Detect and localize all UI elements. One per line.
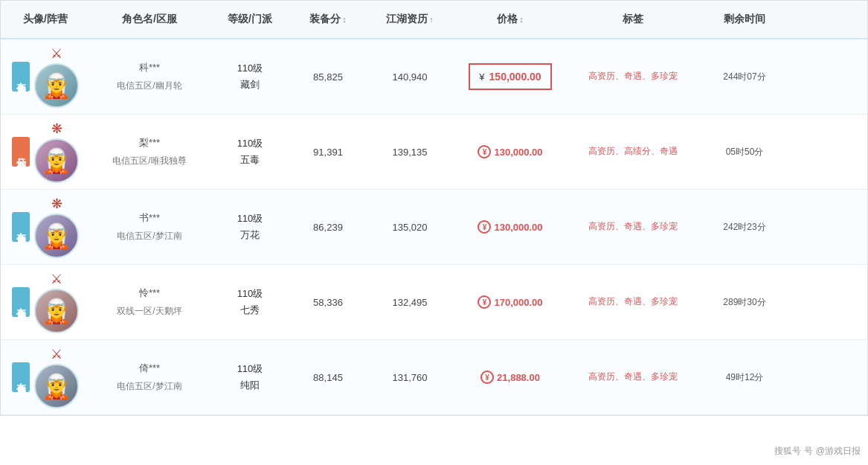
char-server-1: 电信五区/唯我独尊 <box>112 155 186 167</box>
level-school-cell-0: 110级 藏剑 <box>209 56 291 97</box>
table-row[interactable]: 在售期 ❋ 🧝 书*** 电信五区/梦江南 110级 万花 86,239 135… <box>1 190 867 265</box>
price-value-0: 150,000.00 <box>489 71 541 83</box>
jianghu-cell-1: 139,135 <box>365 141 454 164</box>
level-2: 110级 <box>237 212 263 225</box>
gear-score-0: 85,825 <box>313 71 343 83</box>
gear-score-2: 86,239 <box>313 222 343 233</box>
school-4: 纯阳 <box>240 379 260 392</box>
level-1: 110级 <box>237 137 263 150</box>
col-header-char: 角色名/区服 <box>90 8 209 31</box>
level-4: 110级 <box>237 362 263 376</box>
status-badge-2: 在售期 <box>12 212 30 242</box>
time-cell-0: 244时07分 <box>700 65 789 89</box>
price-value-2: ¥ 130,000.00 <box>478 220 542 234</box>
avatar-0: 🧝 <box>34 63 79 108</box>
avatar-cell-4: 在售期 ⚔ 🧝 <box>1 340 90 414</box>
table-body: 在售期 ⚔ 🧝 科*** 电信五区/幽月轮 110级 藏剑 85,825 140… <box>1 39 867 415</box>
price-highlighted-box-0: ¥ 150,000.00 <box>469 63 551 90</box>
char-server-cell-2: 书*** 电信五区/梦江南 <box>90 205 209 248</box>
time-4: 49时12分 <box>726 371 764 384</box>
table-row[interactable]: 在售期 ⚔ 🧝 倚*** 电信五区/梦江南 110级 纯阳 88,145 131… <box>1 340 867 415</box>
table-row[interactable]: 公示期 ❋ 🧝 梨*** 电信五区/唯我独尊 110级 五毒 91,391 13… <box>1 115 867 190</box>
coin-icon-0: ¥ <box>479 71 484 83</box>
tags-1: 高资历、高绩分、奇遇 <box>588 144 678 158</box>
price-cell-4: ¥ 21,888.00 <box>454 365 566 390</box>
tags-cell-1: 高资历、高绩分、奇遇 <box>566 138 700 164</box>
avatar-container-4: ⚔ 🧝 <box>34 346 79 408</box>
gear-sort-icon: ↕ <box>342 15 347 24</box>
gear-score-cell-0: 85,825 <box>291 65 365 89</box>
time-0: 244时07分 <box>723 71 765 83</box>
coin-icon-1: ¥ <box>478 145 491 158</box>
jianghu-cell-3: 132,495 <box>365 291 454 314</box>
faction-icon-2: ❋ <box>51 196 62 212</box>
status-badge-0: 在售期 <box>12 62 30 92</box>
faction-icon-0: ⚔ <box>51 45 62 62</box>
avatar-col-3: 在售期 ⚔ 🧝 <box>12 271 79 333</box>
char-server-cell-3: 怜*** 双线一区/天鹅坪 <box>90 280 209 324</box>
time-cell-4: 49时12分 <box>700 365 789 390</box>
jianghu-0: 140,940 <box>393 71 428 83</box>
tags-cell-2: 高资历、奇遇、多珍宠 <box>566 214 700 240</box>
gear-score-cell-1: 91,391 <box>291 141 365 164</box>
price-cell-3: ¥ 170,000.00 <box>454 289 566 315</box>
char-figure-1: 🧝 <box>42 149 71 173</box>
gear-score-cell-2: 86,239 <box>291 216 365 239</box>
jianghu-4: 131,760 <box>393 372 428 383</box>
col-header-gear[interactable]: 装备分 ↕ <box>291 8 365 31</box>
time-cell-1: 05时50分 <box>700 140 789 164</box>
faction-icon-1: ❋ <box>51 121 62 137</box>
level-school-cell-3: 110级 七秀 <box>209 281 291 323</box>
col-header-level: 等级/门派 <box>209 8 291 31</box>
price-cell-1: ¥ 130,000.00 <box>454 139 566 164</box>
table-header: 头像/阵营 角色名/区服 等级/门派 装备分 ↕ 江湖资历 ↑ 价格 ↕ 标签 … <box>1 1 867 39</box>
jianghu-1: 139,135 <box>393 147 428 158</box>
tags-0: 高资历、奇遇、多珍宠 <box>588 69 678 83</box>
status-badge-3: 在售期 <box>12 287 30 317</box>
time-cell-3: 289时30分 <box>700 290 789 315</box>
avatar-col-1: 公示期 ❋ 🧝 <box>12 121 79 183</box>
level-3: 110级 <box>237 287 263 301</box>
school-3: 七秀 <box>240 304 260 317</box>
table-row[interactable]: 在售期 ⚔ 🧝 怜*** 双线一区/天鹅坪 110级 七秀 58,336 132… <box>1 265 867 340</box>
coin-icon-4: ¥ <box>480 371 494 384</box>
char-name-3: 怜*** <box>139 286 160 300</box>
char-figure-2: 🧝 <box>42 224 71 248</box>
gear-score-4: 88,145 <box>313 372 343 383</box>
char-name-2: 书*** <box>139 211 160 225</box>
jianghu-cell-2: 135,020 <box>365 216 454 239</box>
time-2: 242时23分 <box>723 221 765 234</box>
school-0: 藏剑 <box>240 78 260 92</box>
jianghu-sort-icon: ↑ <box>429 15 434 24</box>
gear-score-cell-4: 88,145 <box>291 366 365 389</box>
gear-score-3: 58,336 <box>313 297 343 308</box>
jianghu-cell-0: 140,940 <box>365 65 454 89</box>
level-school-cell-2: 110级 万花 <box>209 206 291 248</box>
avatar-col-4: 在售期 ⚔ 🧝 <box>12 346 79 408</box>
main-table: 头像/阵营 角色名/区服 等级/门派 装备分 ↕ 江湖资历 ↑ 价格 ↕ 标签 … <box>0 0 868 416</box>
col-header-avatar: 头像/阵营 <box>1 8 90 31</box>
col-header-tags: 标签 <box>566 8 700 31</box>
price-sort-icon: ↕ <box>519 15 524 24</box>
table-row[interactable]: 在售期 ⚔ 🧝 科*** 电信五区/幽月轮 110级 藏剑 85,825 140… <box>1 39 867 115</box>
col-header-price[interactable]: 价格 ↕ <box>454 8 566 31</box>
gear-score-1: 91,391 <box>313 147 343 158</box>
char-figure-0: 🧝 <box>42 74 71 97</box>
avatar-4: 🧝 <box>34 364 79 408</box>
avatar-1: 🧝 <box>34 138 79 183</box>
avatar-container-1: ❋ 🧝 <box>34 121 79 183</box>
avatar-cell-1: 公示期 ❋ 🧝 <box>1 115 90 189</box>
avatar-3: 🧝 <box>34 289 79 333</box>
char-server-4: 电信五区/梦江南 <box>117 380 181 393</box>
jianghu-3: 132,495 <box>393 297 428 308</box>
avatar-cell-3: 在售期 ⚔ 🧝 <box>1 265 90 339</box>
coin-icon-3: ¥ <box>478 295 491 309</box>
avatar-col-2: 在售期 ❋ 🧝 <box>12 196 79 258</box>
col-header-jianghu[interactable]: 江湖资历 ↑ <box>365 8 454 31</box>
tags-4: 高资历、奇遇、多珍宠 <box>588 370 678 384</box>
gear-score-cell-3: 58,336 <box>291 291 365 314</box>
tags-3: 高资历、奇遇、多珍宠 <box>588 295 678 309</box>
faction-icon-3: ⚔ <box>51 271 62 287</box>
char-server-0: 电信五区/幽月轮 <box>117 80 181 92</box>
char-name-0: 科*** <box>139 61 160 74</box>
